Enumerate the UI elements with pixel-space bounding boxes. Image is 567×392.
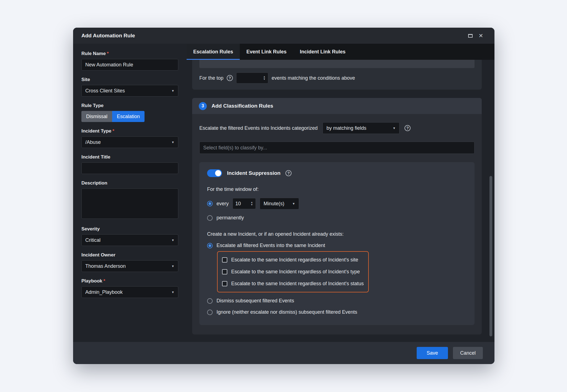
- time-window-label: For the time window of:: [207, 186, 467, 192]
- permanently-radio[interactable]: [207, 215, 213, 221]
- chevron-down-icon: ▼: [393, 126, 396, 130]
- chevron-down-icon: ▼: [171, 141, 174, 144]
- every-radio-row: every 10 ▲▼ Minute(s) ▼: [207, 198, 467, 209]
- severity-label: Severity: [81, 226, 178, 232]
- help-icon[interactable]: ?: [227, 75, 233, 81]
- incident-owner-select-value: Thomas Anderson: [85, 263, 126, 269]
- dismiss-label: Dismiss subsequent filtered Events: [217, 298, 294, 304]
- field-incident-type: Incident Type* /Abuse ▼: [81, 128, 178, 148]
- classify-fields-input[interactable]: [199, 142, 475, 154]
- categorize-method-select[interactable]: by matching fields ▼: [323, 122, 400, 134]
- incident-type-select-value: /Abuse: [85, 139, 101, 145]
- rule-name-input[interactable]: [81, 59, 178, 71]
- field-rule-name: Rule Name*: [81, 51, 178, 71]
- severity-select[interactable]: Critical ▼: [81, 234, 178, 246]
- dialog-footer: Save Cancel: [73, 342, 494, 364]
- description-label: Description: [81, 180, 178, 186]
- maximize-button[interactable]: [465, 30, 476, 41]
- every-radio[interactable]: [207, 201, 213, 206]
- rule-name-label: Rule Name*: [81, 51, 178, 56]
- incident-owner-label: Incident Owner: [81, 252, 178, 258]
- step-number-badge: 3: [199, 102, 207, 110]
- regardless-status-row: Escalate to the same Incident regardless…: [222, 278, 364, 290]
- regardless-type-checkbox[interactable]: [222, 269, 227, 274]
- rule-name-label-text: Rule Name: [81, 51, 106, 56]
- incident-type-label-text: Incident Type: [81, 128, 111, 134]
- rule-type-label: Rule Type: [81, 103, 178, 108]
- help-icon[interactable]: ?: [285, 170, 292, 176]
- incident-title-label: Incident Title: [81, 154, 178, 160]
- help-icon[interactable]: ?: [404, 125, 411, 131]
- stepper-down-icon[interactable]: ▼: [263, 78, 266, 81]
- close-button[interactable]: ✕: [476, 30, 486, 41]
- description-textarea[interactable]: [81, 188, 178, 219]
- incident-owner-select[interactable]: Thomas Anderson ▼: [81, 260, 178, 272]
- tab-incident-link-rules[interactable]: Incident Link Rules: [293, 44, 352, 60]
- dialog-header: Add Automation Rule ✕: [73, 28, 494, 44]
- vertical-scrollbar[interactable]: [489, 176, 492, 336]
- categorize-intro-label: Escalate the filtered Events into Incide…: [199, 125, 318, 131]
- required-asterisk: *: [104, 278, 105, 284]
- regardless-site-label: Escalate to the same Incident regardless…: [231, 257, 358, 263]
- chevron-down-icon: ▼: [171, 89, 174, 92]
- classification-section-title: Add Classification Rules: [212, 103, 273, 109]
- field-site: Site Cross Client Sites ▼: [81, 77, 178, 97]
- event-limit-panel: For the top ? ▲▼ events matching the con…: [192, 60, 482, 90]
- required-asterisk: *: [107, 51, 109, 56]
- stepper-arrows: ▲▼: [263, 76, 266, 81]
- field-severity: Severity Critical ▼: [81, 226, 178, 246]
- ignore-radio[interactable]: [207, 310, 213, 315]
- permanently-radio-row: permanently: [207, 215, 467, 221]
- regardless-type-label: Escalate to the same Incident regardless…: [231, 269, 360, 275]
- site-select-value: Cross Client Sites: [85, 88, 125, 94]
- rule-form-sidebar: Rule Name* Site Cross Client Sites ▼ Rul…: [73, 44, 187, 342]
- playbook-select-value: Admin_Playbook: [85, 289, 123, 295]
- regardless-type-row: Escalate to the same Incident regardless…: [222, 266, 364, 278]
- chevron-down-icon: ▼: [171, 290, 174, 294]
- rules-main-panel: Escalation Rules Event Link Rules Incide…: [187, 44, 494, 342]
- ignore-radio-row: Ignore (neither escalate nor dismiss) su…: [207, 309, 467, 315]
- interval-stepper[interactable]: 10 ▲▼: [233, 198, 256, 209]
- incident-title-input[interactable]: [81, 162, 178, 174]
- playbook-select[interactable]: Admin_Playbook ▼: [81, 286, 178, 298]
- permanently-label: permanently: [217, 215, 244, 221]
- toggle-knob: [215, 170, 221, 176]
- dismiss-radio[interactable]: [207, 298, 213, 304]
- top-count-row: For the top ? ▲▼ events matching the con…: [199, 72, 475, 84]
- regardless-site-checkbox[interactable]: [222, 257, 227, 263]
- escalation-rules-content: For the top ? ▲▼ events matching the con…: [187, 60, 494, 342]
- rules-tabbar: Escalation Rules Event Link Rules Incide…: [187, 44, 494, 60]
- playbook-label-text: Playbook: [81, 278, 102, 284]
- chevron-down-icon: ▼: [292, 202, 295, 205]
- for-the-top-label: For the top: [199, 75, 223, 81]
- stepper-down-icon[interactable]: ▼: [251, 204, 253, 206]
- field-incident-title: Incident Title: [81, 154, 178, 174]
- regardless-status-checkbox[interactable]: [222, 281, 227, 286]
- every-label: every: [217, 201, 229, 207]
- dismissal-button[interactable]: Dismissal: [81, 111, 112, 122]
- top-count-stepper[interactable]: ▲▼: [236, 72, 268, 84]
- incident-suppression-title: Incident Suppression: [227, 170, 280, 176]
- site-select[interactable]: Cross Client Sites ▼: [81, 85, 178, 97]
- site-label: Site: [81, 77, 178, 82]
- escalate-same-radio[interactable]: [207, 243, 213, 248]
- tab-event-link-rules[interactable]: Event Link Rules: [240, 44, 293, 60]
- field-playbook: Playbook* Admin_Playbook ▼: [81, 278, 178, 298]
- escalate-same-label: Escalate all filtered Events into the sa…: [217, 243, 325, 248]
- chevron-down-icon: ▼: [171, 238, 174, 242]
- field-incident-owner: Incident Owner Thomas Anderson ▼: [81, 252, 178, 272]
- cancel-button[interactable]: Cancel: [453, 347, 483, 359]
- rule-type-segmented: Dismissal Escalation: [81, 111, 145, 122]
- incident-suppression-toggle[interactable]: [207, 169, 222, 177]
- time-unit-select[interactable]: Minute(s) ▼: [260, 198, 299, 209]
- incident-type-select[interactable]: /Abuse ▼: [81, 136, 178, 148]
- field-description: Description: [81, 180, 178, 220]
- chevron-down-icon: ▼: [171, 264, 174, 268]
- close-icon: ✕: [479, 33, 483, 38]
- escalation-button[interactable]: Escalation: [112, 111, 145, 122]
- stepper-arrows: ▲▼: [251, 201, 253, 206]
- tab-escalation-rules[interactable]: Escalation Rules: [187, 44, 240, 60]
- save-button[interactable]: Save: [417, 347, 448, 359]
- truncated-field[interactable]: [199, 60, 475, 68]
- severity-select-value: Critical: [85, 237, 100, 243]
